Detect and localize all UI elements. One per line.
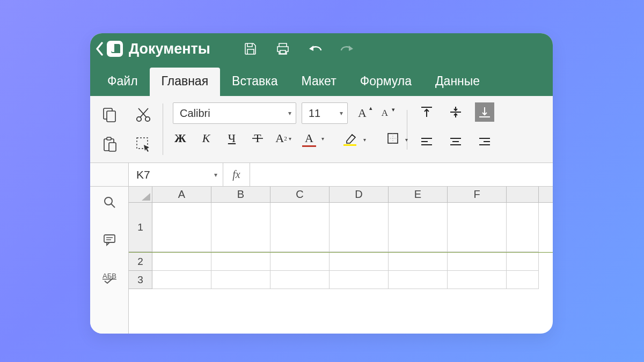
svg-text:АБВ: АБВ xyxy=(103,272,116,280)
valign-top-button[interactable] xyxy=(417,102,436,122)
font-name-combo[interactable]: Calibri ▾ xyxy=(173,102,296,124)
column-header[interactable]: E xyxy=(389,187,448,202)
left-rail-spacer xyxy=(90,163,129,186)
cell[interactable] xyxy=(389,253,448,271)
svg-point-26 xyxy=(105,197,112,205)
svg-rect-2 xyxy=(107,111,115,122)
app-brand[interactable]: Документы xyxy=(105,39,210,58)
halign-right-button[interactable] xyxy=(475,132,494,152)
cell[interactable] xyxy=(270,203,330,252)
halign-center-button[interactable] xyxy=(446,132,465,152)
quick-access-toolbar xyxy=(243,41,355,57)
ribbon-tabs: Файл Главная Вставка Макет Формула Данны… xyxy=(90,64,553,96)
chevron-down-icon: ▾ xyxy=(288,109,291,117)
cell[interactable] xyxy=(152,203,211,252)
app-window: Документы Файл Главная Вставка xyxy=(90,33,553,334)
formula-input[interactable] xyxy=(250,163,553,186)
cell[interactable] xyxy=(330,203,389,252)
name-box-value: K7 xyxy=(136,168,150,181)
column-header[interactable]: B xyxy=(211,187,270,202)
cell[interactable] xyxy=(389,203,448,252)
increase-font-button[interactable]: A▴ xyxy=(353,106,371,120)
svg-rect-6 xyxy=(107,137,111,140)
column-header[interactable]: F xyxy=(448,187,507,202)
column-header[interactable]: D xyxy=(330,187,389,202)
chevron-down-icon: ▾ xyxy=(340,109,343,117)
spellcheck-button[interactable]: АБВ xyxy=(101,269,118,285)
font-size-stepper: A▴ A▾ xyxy=(353,106,394,120)
cell[interactable] xyxy=(448,203,507,252)
table-row: 2 xyxy=(129,253,553,271)
row-header[interactable]: 3 xyxy=(129,271,152,289)
cell[interactable] xyxy=(270,253,330,271)
tab-insert[interactable]: Вставка xyxy=(220,68,290,96)
titlebar: Документы Файл Главная Вставка xyxy=(90,33,553,96)
undo-button[interactable] xyxy=(307,41,323,57)
paste-button[interactable] xyxy=(94,133,125,155)
find-button[interactable] xyxy=(101,194,118,210)
subscript-button[interactable]: A2▾ xyxy=(276,131,291,145)
cell[interactable] xyxy=(330,253,389,271)
title-row: Документы xyxy=(90,33,553,64)
tab-formula[interactable]: Формула xyxy=(348,68,423,96)
column-header[interactable]: C xyxy=(270,187,330,202)
back-chevron-icon[interactable] xyxy=(96,42,105,56)
cell[interactable] xyxy=(270,271,330,289)
strikethrough-button[interactable]: T xyxy=(250,132,265,145)
cell[interactable] xyxy=(211,271,270,289)
tab-home[interactable]: Главная xyxy=(150,68,221,96)
cell[interactable] xyxy=(211,253,270,271)
svg-line-27 xyxy=(111,204,115,208)
font-color-button[interactable]: A ▾ xyxy=(302,131,317,145)
font-name-value: Calibri xyxy=(180,107,210,120)
row-header[interactable]: 2 xyxy=(129,253,152,271)
name-box[interactable]: K7 ▾ xyxy=(129,163,223,186)
redo-button[interactable] xyxy=(339,41,355,57)
column-headers: A B C D E F xyxy=(129,187,553,203)
print-button[interactable] xyxy=(275,41,291,57)
valign-bottom-button[interactable] xyxy=(475,102,494,122)
cell[interactable] xyxy=(152,253,211,271)
rows: 1 2 xyxy=(129,203,553,334)
borders-button[interactable]: ▾ xyxy=(385,132,400,144)
font-color-swatch xyxy=(302,145,316,147)
tab-layout[interactable]: Макет xyxy=(290,68,348,96)
valign-middle-button[interactable] xyxy=(446,102,465,122)
tab-file[interactable]: Файл xyxy=(96,68,150,96)
cell[interactable] xyxy=(152,271,211,289)
cell[interactable] xyxy=(507,271,539,289)
highlight-button[interactable]: ▾ xyxy=(343,132,358,144)
halign-left-button[interactable] xyxy=(417,132,436,152)
table-row: 3 xyxy=(129,271,553,289)
fx-button[interactable]: fx xyxy=(223,163,250,186)
font-size-combo[interactable]: 11 ▾ xyxy=(302,102,348,124)
column-header[interactable]: A xyxy=(152,187,211,202)
cell[interactable] xyxy=(211,203,270,252)
app-logo-icon xyxy=(105,39,125,58)
ribbon-main: Calibri ▾ 11 ▾ A▴ A▾ Ж К Ч xyxy=(163,96,553,162)
left-tool-rail: АБВ xyxy=(90,187,129,334)
copy-button[interactable] xyxy=(94,104,125,125)
italic-button[interactable]: К xyxy=(199,131,214,145)
save-button[interactable] xyxy=(243,41,259,57)
select-all-corner[interactable] xyxy=(129,187,152,202)
cell[interactable] xyxy=(330,271,389,289)
clipboard-group xyxy=(90,96,163,162)
select-button[interactable] xyxy=(128,133,159,155)
comments-button[interactable] xyxy=(101,232,118,248)
svg-rect-28 xyxy=(104,235,115,242)
cell[interactable] xyxy=(448,271,507,289)
cell[interactable] xyxy=(507,253,539,271)
underline-button[interactable]: Ч xyxy=(224,131,239,145)
cell[interactable] xyxy=(448,253,507,271)
cell[interactable] xyxy=(389,271,448,289)
row-header[interactable]: 1 xyxy=(129,203,152,252)
spreadsheet-grid[interactable]: A B C D E F 1 xyxy=(129,187,553,334)
tab-data[interactable]: Данные xyxy=(423,68,492,96)
group-separator xyxy=(407,110,407,150)
cut-button[interactable] xyxy=(128,104,159,125)
bold-button[interactable]: Ж xyxy=(173,131,188,145)
decrease-font-button[interactable]: A▾ xyxy=(376,108,394,119)
column-header[interactable] xyxy=(507,187,539,202)
cell[interactable] xyxy=(507,203,539,252)
